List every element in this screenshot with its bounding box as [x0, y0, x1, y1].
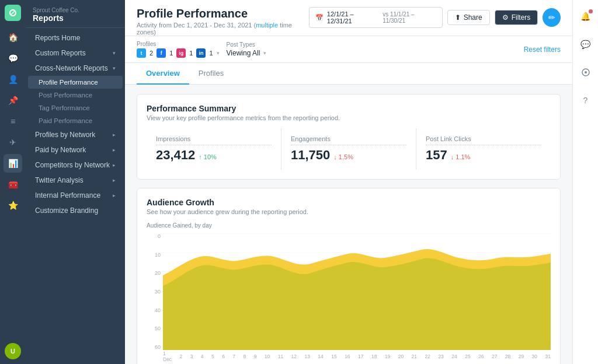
- audience-growth-card: Audience Growth See how your audience gr…: [137, 188, 561, 364]
- nav-tasks-icon[interactable]: 👤: [4, 70, 22, 89]
- sidebar-item-custom-reports[interactable]: Custom Reports ▾: [28, 46, 123, 61]
- sidebar-item-internal-performance[interactable]: Internal Performance ▸: [28, 188, 123, 203]
- header-right: 📅 12/1/21 – 12/31/21 vs 11/1/21 – 11/30/…: [309, 7, 561, 35]
- profiles-filter-value[interactable]: t 2 f 1 ig 1 in 1 ▾: [137, 48, 220, 58]
- sidebar-item-profile-performance[interactable]: Profile Performance: [28, 76, 123, 89]
- messages-icon[interactable]: 💬: [576, 35, 595, 54]
- nav-star-icon[interactable]: ⭐: [4, 196, 22, 215]
- chart-label: Audience Gained, by day: [147, 222, 551, 229]
- chevron-icon: ▸: [113, 147, 116, 153]
- company-name: Sprout Coffee Co.: [33, 7, 118, 13]
- date-range-button[interactable]: 📅 12/1/21 – 12/31/21 vs 11/1/21 – 11/30/…: [309, 7, 443, 28]
- chevron-icon: ▸: [113, 162, 116, 168]
- engagements-label: Engagements: [291, 135, 406, 145]
- facebook-badge: f: [157, 48, 166, 58]
- post-link-clicks-value: 157: [426, 148, 447, 163]
- nav-tools-icon[interactable]: 🧰: [4, 175, 22, 194]
- profiles-filter-group: Profiles t 2 f 1 ig 1 in 1 ▾: [137, 41, 220, 58]
- audience-growth-chart: 60 50 40 30 20 10 0: [147, 233, 551, 362]
- post-types-filter-group: Post Types Viewing All ▾: [227, 41, 267, 57]
- nav-send-icon[interactable]: ✈: [4, 133, 22, 152]
- linkedin-count: 1: [209, 50, 213, 57]
- chevron-icon: ▸: [113, 177, 116, 183]
- post-link-clicks-label: Post Link Clicks: [426, 135, 541, 145]
- filter-bar: Profiles t 2 f 1 ig 1 in 1 ▾ Post Types …: [125, 36, 572, 63]
- instagram-badge: ig: [176, 48, 186, 58]
- audience-growth-subtitle: See how your audience grew during the re…: [147, 208, 551, 215]
- sidebar-item-profiles-network[interactable]: Profiles by Network ▸: [28, 127, 123, 142]
- nav-publish-icon[interactable]: 📌: [4, 91, 22, 110]
- filter-icon: ⚙: [502, 13, 509, 22]
- performance-summary-subtitle: View your key profile performance metric…: [147, 114, 551, 121]
- post-types-value[interactable]: Viewing All ▾: [227, 49, 267, 57]
- sidebar-item-post-performance[interactable]: Post Performance: [28, 89, 123, 102]
- impressions-value: 23,412: [156, 148, 195, 163]
- right-icons-panel: 🔔 💬 ?: [572, 0, 598, 364]
- date-range-value: 12/1/21 – 12/31/21: [327, 10, 378, 24]
- sidebar-item-competitors-network[interactable]: Competitors by Network ▸: [28, 158, 123, 173]
- tab-overview[interactable]: Overview: [137, 63, 189, 85]
- instagram-count: 1: [189, 50, 193, 57]
- nav-home-icon[interactable]: 🏠: [4, 28, 22, 47]
- sidebar-header: Sprout Coffee Co. Reports: [26, 0, 125, 28]
- impressions-label: Impressions: [156, 135, 272, 145]
- sidebar-item-cross-network[interactable]: Cross-Network Reports ▾: [28, 61, 123, 76]
- reset-filters-button[interactable]: Reset filters: [524, 46, 561, 54]
- profiles-filter-label: Profiles: [137, 41, 220, 47]
- linkedin-badge: in: [196, 48, 206, 58]
- twitter-count: 2: [150, 50, 153, 57]
- nav-inbox-icon[interactable]: 💬: [4, 49, 22, 68]
- impressions-change: ↑ 10%: [199, 153, 217, 160]
- chevron-icon: ▸: [113, 192, 116, 198]
- engagements-value: 11,750: [291, 148, 330, 163]
- filters-button[interactable]: ⚙ Filters: [495, 10, 538, 25]
- share-icon: ⬆: [455, 13, 461, 22]
- chevron-icon: ▾: [113, 65, 116, 71]
- impressions-metric: Impressions 23,412 ↑ 10%: [147, 128, 281, 170]
- performance-summary-title: Performance Summary: [147, 104, 551, 113]
- chart-x-axis: 1Dec 2 3 4 5 6 7 8 9 10 11 12 13 14 15 1…: [163, 351, 551, 362]
- icon-rail: 🏠 💬 👤 📌 ≡ ✈ 📊 🧰 ⭐ U: [0, 0, 26, 364]
- metrics-row: Impressions 23,412 ↑ 10% Engagements 11,…: [147, 128, 551, 170]
- nav-compose-icon[interactable]: ≡: [4, 112, 22, 131]
- engagements-metric: Engagements 11,750 ↓ 1.5%: [281, 128, 416, 170]
- chart-svg-area: [163, 233, 551, 350]
- post-link-clicks-change: ↓ 1.1%: [451, 153, 471, 160]
- notification-badge: [589, 9, 593, 13]
- tab-profiles[interactable]: Profiles: [189, 63, 233, 85]
- user-avatar[interactable]: U: [5, 343, 21, 359]
- chevron-icon: ▸: [113, 132, 116, 138]
- vs-range: vs 11/1/21 – 11/30/21: [383, 11, 436, 24]
- activity-icon[interactable]: [576, 63, 595, 82]
- sidebar-item-tag-performance[interactable]: Tag Performance: [28, 102, 123, 114]
- post-types-chevron: ▾: [263, 50, 266, 56]
- twitter-badge: t: [137, 48, 146, 58]
- sidebar-item-paid-network[interactable]: Paid by Network ▸: [28, 142, 123, 158]
- audience-growth-title: Audience Growth: [147, 198, 551, 207]
- sidebar-section-title: Reports: [33, 13, 118, 23]
- calendar-icon: 📅: [315, 14, 324, 22]
- content-area: Performance Summary View your key profil…: [125, 85, 572, 364]
- help-icon[interactable]: ?: [576, 91, 595, 110]
- header-left: Profile Performance Activity from Dec 1,…: [137, 7, 309, 36]
- sidebar-item-paid-performance[interactable]: Paid Performance: [28, 114, 123, 127]
- notification-bell-icon[interactable]: 🔔: [576, 7, 595, 26]
- post-link-clicks-metric: Post Link Clicks 157 ↓ 1.1%: [416, 128, 551, 170]
- chart-y-axis: 60 50 40 30 20 10 0: [147, 233, 163, 350]
- main-content: Profile Performance Activity from Dec 1,…: [125, 0, 572, 364]
- sidebar-item-customize-branding[interactable]: Customize Branding: [28, 203, 123, 218]
- share-button[interactable]: ⬆ Share: [447, 10, 490, 25]
- top-header: Profile Performance Activity from Dec 1,…: [125, 0, 572, 36]
- edit-button[interactable]: ✏: [543, 8, 561, 27]
- profiles-chevron: ▾: [217, 50, 220, 56]
- engagements-change: ↓ 1.5%: [333, 153, 353, 160]
- chevron-icon: ▾: [113, 50, 116, 56]
- svg-point-8: [585, 71, 587, 74]
- sidebar-item-twitter-analysis[interactable]: Twitter Analysis ▸: [28, 173, 123, 188]
- page-subtitle: Activity from Dec 1, 2021 - Dec 31, 2021…: [137, 22, 309, 36]
- sidebar-item-reports-home[interactable]: Reports Home: [28, 30, 123, 46]
- sidebar: Sprout Coffee Co. Reports Reports Home C…: [26, 0, 125, 364]
- tabs-bar: Overview Profiles: [125, 63, 572, 85]
- performance-summary-card: Performance Summary View your key profil…: [137, 94, 561, 180]
- nav-analytics-icon[interactable]: 📊: [4, 154, 22, 173]
